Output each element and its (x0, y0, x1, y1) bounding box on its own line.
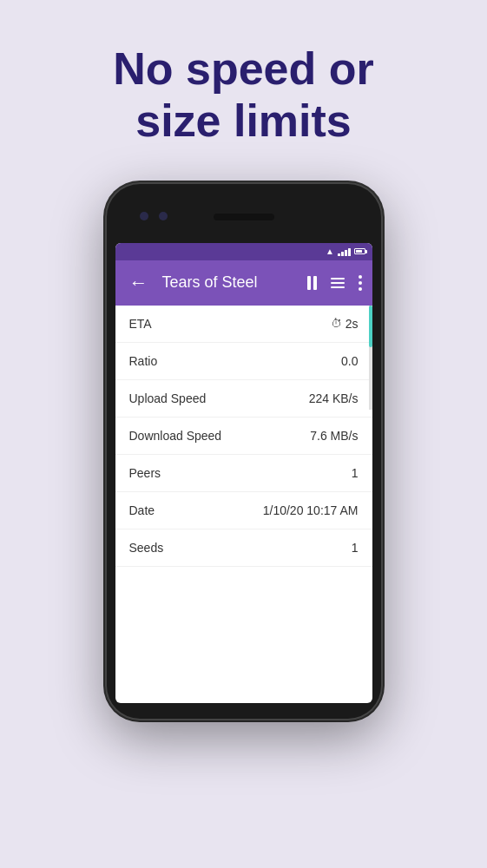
battery-fill (356, 250, 362, 253)
dot-3 (359, 287, 362, 291)
download-speed-label: Download Speed (129, 429, 222, 443)
headline-line1: No speed or (113, 43, 374, 94)
signal-bars (338, 247, 351, 256)
dot-1 (359, 275, 362, 279)
eta-value: ⏱ 2s (331, 317, 359, 331)
scrollbar (369, 306, 372, 410)
seeds-label: Seeds (129, 541, 164, 555)
signal-bar-2 (341, 252, 344, 256)
pause-bar-left (307, 276, 311, 290)
ratio-row: Ratio 0.0 (115, 343, 372, 380)
pause-bar-right (313, 276, 317, 290)
list-button[interactable] (331, 278, 345, 288)
list-line-1 (331, 278, 345, 279)
camera-dot-1 (140, 212, 148, 220)
upload-speed-row: Upload Speed 224 KB/s (115, 380, 372, 418)
headline: No speed or size limits (78, 43, 409, 148)
pause-button[interactable] (307, 276, 317, 290)
signal-bar-3 (345, 250, 347, 256)
toolbar-icons (307, 275, 362, 291)
list-line-3 (331, 286, 345, 288)
phone-top-bar (105, 194, 383, 238)
seeds-row: Seeds 1 (115, 529, 372, 567)
signal-bar-1 (338, 253, 340, 256)
signal-bar-4 (348, 248, 351, 256)
eta-text: 2s (346, 317, 359, 331)
battery-icon (354, 248, 365, 254)
upload-speed-value: 224 KB/s (309, 391, 359, 405)
clock-icon: ⏱ (331, 317, 342, 330)
list-line-2 (331, 282, 345, 284)
ratio-value: 0.0 (341, 354, 358, 368)
eta-label: ETA (129, 317, 152, 331)
camera-area (140, 212, 168, 220)
speaker (214, 214, 274, 220)
info-list: ETA ⏱ 2s Ratio 0.0 Upload Speed 224 KB/s (115, 306, 372, 567)
more-options-button[interactable] (359, 275, 362, 291)
app-toolbar: ← Tears of Steel (115, 260, 372, 306)
eta-row: ETA ⏱ 2s (115, 306, 372, 343)
ratio-label: Ratio (129, 354, 158, 368)
download-speed-value: 7.6 MB/s (310, 429, 358, 443)
date-label: Date (129, 503, 155, 517)
scrollbar-fill (369, 306, 372, 347)
seeds-value: 1 (352, 541, 359, 555)
camera-dot-2 (159, 212, 168, 220)
wifi-icon: ▲ (326, 247, 334, 256)
phone-screen: ▲ ← Tears of Steel (115, 243, 372, 703)
peers-value: 1 (352, 466, 359, 480)
phone-mockup: ▲ ← Tears of Steel (105, 182, 383, 720)
peers-label: Peers (129, 466, 161, 480)
download-speed-row: Download Speed 7.6 MB/s (115, 418, 372, 455)
back-button[interactable]: ← (126, 268, 152, 298)
upload-speed-label: Upload Speed (129, 391, 207, 405)
headline-line2: size limits (135, 95, 352, 146)
screen-status-bar: ▲ (115, 243, 372, 260)
date-value: 1/10/20 10:17 AM (263, 503, 359, 517)
toolbar-title: Tears of Steel (162, 273, 297, 292)
date-row: Date 1/10/20 10:17 AM (115, 492, 372, 529)
peers-row: Peers 1 (115, 455, 372, 492)
phone-outer: ▲ ← Tears of Steel (105, 182, 383, 720)
dot-2 (359, 281, 362, 285)
